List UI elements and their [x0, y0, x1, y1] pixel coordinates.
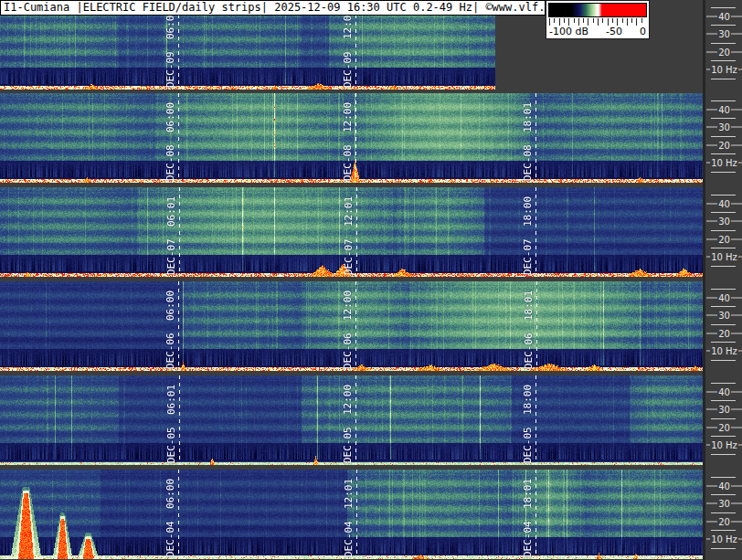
freq-tick-dash [731, 503, 742, 504]
freq-tick-label: 20 [706, 235, 742, 245]
freq-minor-tick [711, 342, 736, 343]
colorbar-labels: -100 dB -50 0 [549, 26, 646, 38]
freq-minor-tick [711, 360, 736, 361]
colorbar-label-mid: -50 [606, 26, 622, 38]
freq-tick-dash [731, 204, 742, 205]
time-gridline-1800 [535, 187, 536, 277]
freq-minor-tick [711, 195, 736, 195]
freq-tick-dash [706, 204, 717, 205]
time-gridline-0601 [179, 375, 180, 465]
freq-tick-label: 40 [706, 387, 742, 397]
freq-tick-text: 40 [717, 481, 731, 491]
title-bar: I1-Cumiana |ELECTRIC FIELD/daily strips|… [0, 0, 546, 16]
freq-tick-text: 30 [717, 311, 731, 321]
time-gridline-1201 [356, 470, 357, 559]
freq-minor-tick [711, 289, 736, 290]
time-label-1801: DEC-06 18:01 [523, 283, 535, 369]
freq-tick-text: 30 [717, 405, 731, 415]
time-label-0600: DEC-04 06:00 [164, 471, 176, 557]
freq-tick-dash [731, 522, 742, 523]
freq-tick-label: 30 [706, 29, 742, 39]
freq-tick-dash [731, 315, 742, 316]
freq-minor-tick [711, 172, 736, 173]
freq-tick-text: 10 Hz [710, 440, 738, 450]
time-label-0601: DEC-07 06:01 [165, 189, 177, 275]
freq-tick-text: 10 Hz [710, 346, 738, 356]
freq-tick-dash [731, 110, 742, 111]
frequency-scale: 40302010 Hz [706, 375, 742, 465]
freq-tick-dash [731, 127, 742, 128]
freq-tick-label: 10 Hz [706, 440, 742, 450]
freq-tick-text: 20 [717, 517, 731, 527]
freq-tick-dash [731, 409, 742, 410]
strip-row-dec-08: DEC-08 06:00DEC-08 12:00DEC-08 18:014030… [0, 93, 742, 183]
freq-tick-dash [706, 52, 717, 53]
freq-tick-dash [706, 298, 717, 299]
freq-minor-tick [711, 136, 736, 137]
freq-tick-dash [706, 428, 717, 428]
freq-minor-tick [711, 79, 736, 79]
freq-tick-text: 40 [717, 387, 731, 397]
freq-minor-tick [711, 248, 736, 248]
colorbar-gradient [548, 3, 647, 17]
time-label-0600: DEC-08 06:00 [164, 95, 176, 181]
freq-minor-tick [711, 306, 736, 307]
freq-tick-dash [731, 52, 742, 53]
freq-tick-dash [731, 16, 742, 17]
freq-tick-text: 20 [717, 48, 731, 58]
freq-tick-dash [738, 257, 742, 258]
strip-row-dec-06: DEC-06 06:00DEC-06 12:00DEC-06 18:014030… [0, 281, 742, 371]
freq-tick-dash [706, 315, 717, 316]
freq-tick-dash [706, 392, 717, 393]
freq-minor-tick [711, 418, 736, 419]
colorbar-label-max: 0 [640, 26, 646, 38]
freq-tick-label: 20 [706, 423, 742, 433]
frequency-scale: 40302010 Hz [706, 281, 742, 371]
freq-tick-label: 10 Hz [706, 252, 742, 262]
freq-tick-dash [731, 333, 742, 334]
freq-tick-label: 30 [706, 405, 742, 415]
time-gridline-1200 [355, 93, 356, 183]
freq-tick-dash [706, 145, 717, 146]
freq-tick-dash [731, 428, 742, 428]
freq-minor-tick [711, 100, 736, 101]
freq-minor-tick [711, 383, 736, 384]
freq-minor-tick [711, 230, 736, 231]
freq-minor-tick [711, 43, 736, 44]
time-gridline-0600 [178, 281, 179, 371]
freq-tick-dash [706, 34, 717, 35]
strip-row-dec-07: DEC-07 06:01DEC-07 12:01DEC-07 18:004030… [0, 187, 742, 277]
freq-tick-dash [731, 145, 742, 146]
freq-tick-dash [738, 163, 742, 164]
freq-tick-text: 30 [717, 29, 731, 39]
freq-tick-label: 40 [706, 293, 742, 303]
freq-minor-tick [711, 153, 736, 154]
time-gridline-1200 [355, 281, 356, 371]
freq-tick-label: 30 [706, 217, 742, 227]
freq-tick-label: 40 [706, 481, 742, 491]
freq-tick-label: 40 [706, 199, 742, 209]
freq-tick-label: 10 Hz [706, 158, 742, 168]
freq-minor-tick [711, 494, 736, 495]
freq-tick-dash [738, 445, 742, 446]
time-label-1200: DEC-08 12:00 [342, 95, 354, 181]
time-label-1801: DEC-04 18:01 [522, 471, 534, 557]
freq-tick-text: 30 [717, 217, 731, 227]
freq-tick-text: 10 Hz [710, 252, 738, 262]
time-label-1200: DEC-05 12:00 [342, 377, 354, 463]
freq-tick-text: 20 [717, 141, 731, 151]
freq-minor-tick [711, 25, 736, 26]
freq-tick-dash [706, 221, 717, 222]
freq-tick-label: 40 [706, 12, 742, 22]
time-gridline-1201 [356, 187, 357, 277]
time-label-1200: DEC-06 12:00 [342, 283, 354, 369]
time-gridline-0600 [178, 93, 179, 183]
db-colorbar-legend: -100 dB -50 0 [546, 0, 650, 39]
frequency-scale: 40302010 Hz [706, 470, 742, 559]
time-label-1201: DEC-07 12:01 [343, 189, 355, 275]
freq-tick-text: 30 [717, 499, 731, 509]
freq-minor-tick [711, 436, 736, 437]
freq-tick-dash [706, 110, 717, 111]
time-gridline-0600 [178, 470, 179, 559]
freq-tick-label: 10 Hz [706, 65, 742, 75]
